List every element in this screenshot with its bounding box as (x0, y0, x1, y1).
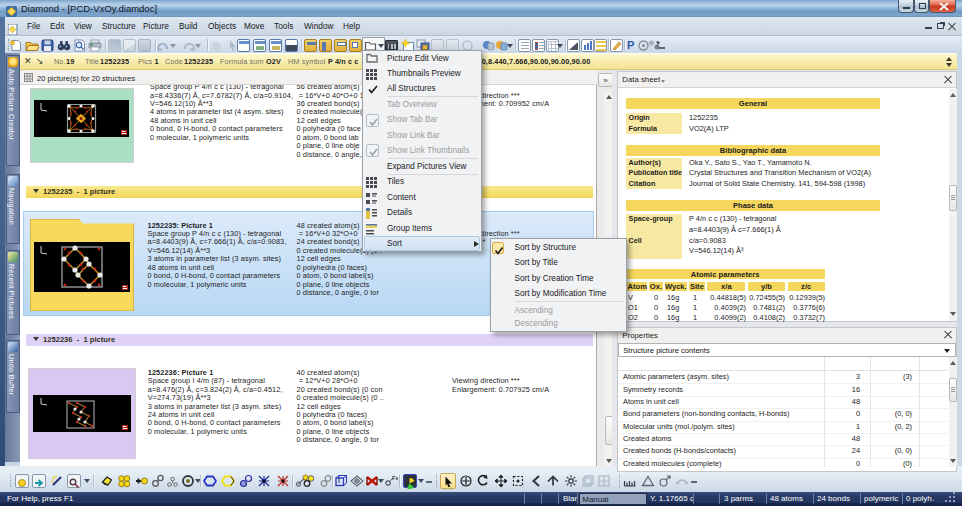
svg-text:Fe: Fe (392, 475, 398, 481)
